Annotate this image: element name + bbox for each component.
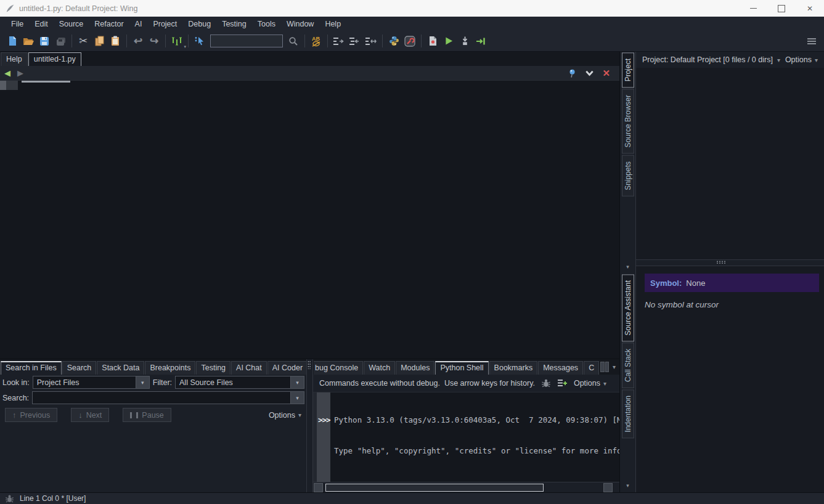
sidebar-tab-project[interactable]: Project <box>622 52 634 87</box>
menu-source[interactable]: Source <box>54 18 89 30</box>
collapse-chevron-icon[interactable] <box>585 70 594 77</box>
close-button[interactable] <box>796 0 824 17</box>
sidebar-top-overflow-icon[interactable] <box>626 264 629 270</box>
indentation-manager-icon[interactable] <box>169 33 185 49</box>
tab-messages[interactable]: Messages <box>538 361 583 375</box>
run-to-cursor-icon[interactable] <box>473 33 489 49</box>
project-file-area[interactable] <box>636 68 824 259</box>
history-forward-icon[interactable] <box>17 68 23 78</box>
open-project-icon[interactable] <box>20 33 36 49</box>
bug-icon[interactable] <box>541 378 551 388</box>
tab-testing[interactable]: Testing <box>196 361 230 375</box>
tab-ai-chat[interactable]: AI Chat <box>231 361 267 375</box>
toolbar-search-input[interactable] <box>210 35 283 47</box>
scrollbar-track[interactable] <box>324 484 602 492</box>
menu-file[interactable]: File <box>6 18 29 30</box>
search-icon[interactable] <box>285 33 301 49</box>
project-header-text[interactable]: Project: Default Project [0 files / 0 di… <box>642 55 773 64</box>
shell-tab-overflow-icon[interactable] <box>609 364 619 370</box>
search-options-button[interactable]: Options <box>269 411 301 420</box>
menu-help[interactable]: Help <box>319 18 346 30</box>
sidebar-tab-call-stack[interactable]: Call Stack <box>622 343 634 388</box>
toolbar-menu-icon[interactable] <box>807 38 820 44</box>
scrollbar-left-icon[interactable] <box>314 483 323 492</box>
tab-bookmarks[interactable]: Bookmarks <box>489 361 538 375</box>
search-in-files-panel: Search in Files Search Stack Data Breakp… <box>0 359 306 492</box>
menu-tools[interactable]: Tools <box>252 18 281 30</box>
sidebar-tab-source-browser[interactable]: Source Browser <box>622 89 634 153</box>
pin-icon[interactable] <box>568 68 577 78</box>
sidebar-tab-source-assistant[interactable]: Source Assistant <box>622 274 634 341</box>
tab-untitled-1-py[interactable]: untitled-1.py <box>28 52 81 66</box>
tab-stack-data[interactable]: Stack Data <box>97 361 144 375</box>
step-into-icon[interactable] <box>457 33 473 49</box>
debug-properties-icon[interactable] <box>402 33 418 49</box>
project-dropdown-icon[interactable] <box>777 57 780 63</box>
save-icon[interactable] <box>36 33 52 49</box>
redo-icon[interactable] <box>146 33 162 49</box>
tab-scroll-left-icon[interactable] <box>600 362 604 372</box>
tab-modules[interactable]: Modules <box>396 361 434 375</box>
tab-search[interactable]: Search <box>62 361 97 375</box>
new-shell-icon[interactable] <box>557 378 568 388</box>
search-input[interactable] <box>33 394 290 402</box>
cut-icon[interactable] <box>75 33 91 49</box>
menu-debug[interactable]: Debug <box>182 18 216 30</box>
tab-ai-coder[interactable]: AI Coder <box>267 361 308 375</box>
run-icon[interactable] <box>441 33 457 49</box>
look-in-dropdown-icon[interactable] <box>136 376 149 388</box>
tab-watch[interactable]: Watch <box>364 361 395 375</box>
minimize-button[interactable] <box>739 0 767 17</box>
project-options-button[interactable]: Options <box>785 55 818 64</box>
menu-project[interactable]: Project <box>147 18 182 30</box>
menu-ai[interactable]: AI <box>129 18 148 30</box>
undo-icon[interactable] <box>130 33 146 49</box>
search-combo[interactable] <box>32 391 304 404</box>
shell-body[interactable]: >>> Python 3.13.0 (tags/v3.13.0:60403a5,… <box>313 392 619 482</box>
editor-area[interactable] <box>0 80 619 359</box>
indent-convert-icon[interactable] <box>363 33 379 49</box>
tab-breakpoints[interactable]: Breakpoints <box>145 361 195 375</box>
shell-options-button[interactable]: Options <box>574 379 606 388</box>
statusbar-bug-icon[interactable] <box>5 494 14 503</box>
sidebar-splitter[interactable] <box>636 259 824 266</box>
shell-output[interactable]: Python 3.13.0 (tags/v3.13.0:60403a5, Oct… <box>330 392 619 482</box>
goto-selection-icon[interactable] <box>192 33 208 49</box>
sidebar-bottom-overflow-icon[interactable] <box>626 482 629 489</box>
next-button[interactable]: Next <box>71 408 109 422</box>
new-file-icon[interactable] <box>4 33 20 49</box>
editor-close-icon[interactable] <box>602 68 610 79</box>
scrollbar-thumb[interactable] <box>325 484 544 492</box>
menu-refactor[interactable]: Refactor <box>89 18 129 30</box>
python-environment-icon[interactable] <box>386 33 402 49</box>
pause-button[interactable]: Pause <box>123 408 171 422</box>
tab-debug-console[interactable]: bug Console <box>314 361 363 375</box>
filter-select[interactable]: All Source Files <box>175 376 304 389</box>
look-in-select[interactable]: Project Files <box>33 376 150 389</box>
maximize-button[interactable] <box>767 0 796 17</box>
paste-icon[interactable] <box>107 33 123 49</box>
tab-help[interactable]: Help <box>1 52 28 66</box>
sidebar-tab-indentation[interactable]: Indentation <box>622 389 634 438</box>
tab-search-in-files[interactable]: Search in Files <box>1 361 62 375</box>
menu-window[interactable]: Window <box>281 18 319 30</box>
history-back-icon[interactable] <box>4 68 10 78</box>
debug-file-icon[interactable] <box>425 33 441 49</box>
tab-python-shell[interactable]: Python Shell <box>435 361 488 375</box>
menu-edit[interactable]: Edit <box>29 18 54 30</box>
menu-testing[interactable]: Testing <box>216 18 252 30</box>
sidebar-tab-snippets[interactable]: Snippets <box>622 155 634 197</box>
tab-clipped[interactable]: C <box>584 361 599 375</box>
indent-right-icon[interactable] <box>331 33 347 49</box>
scrollbar-right-icon[interactable] <box>603 483 613 492</box>
save-all-icon[interactable] <box>52 33 68 49</box>
previous-button[interactable]: Previous <box>5 408 57 422</box>
filter-dropdown-icon[interactable] <box>290 376 304 388</box>
shell-hscrollbar[interactable] <box>313 482 619 492</box>
spell-check-icon[interactable]: AB <box>308 33 324 49</box>
editor-margin-corner <box>6 81 18 90</box>
indent-left-icon[interactable] <box>347 33 363 49</box>
search-dropdown-icon[interactable] <box>290 392 304 404</box>
copy-icon[interactable] <box>91 33 107 49</box>
panel-splitter[interactable] <box>306 359 313 492</box>
